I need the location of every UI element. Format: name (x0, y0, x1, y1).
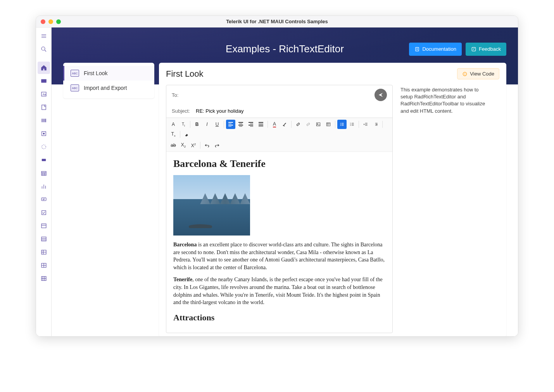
align-right-button[interactable] (246, 120, 255, 129)
undo-button[interactable] (202, 141, 212, 150)
panel2-icon[interactable] (38, 233, 50, 245)
svg-rect-33 (41, 237, 46, 241)
svg-point-58 (340, 125, 341, 126)
svg-rect-60 (342, 124, 344, 124)
image-button[interactable] (314, 120, 323, 129)
close-window-button[interactable] (41, 19, 45, 24)
svg-rect-51 (316, 123, 320, 126)
example-icon: ABC (71, 70, 79, 77)
svg-rect-66 (352, 124, 354, 124)
page-title: Examples - RichTextEditor (226, 43, 344, 55)
check-icon[interactable] (38, 206, 50, 219)
menu-icon[interactable] (38, 30, 50, 42)
barcode-icon[interactable] (38, 114, 50, 127)
underline-button[interactable]: U (212, 120, 222, 129)
sidebar-item-label: Import and Export (84, 85, 127, 91)
svg-rect-53 (326, 123, 330, 126)
minimize-window-button[interactable] (48, 19, 53, 24)
expand-icon[interactable] (38, 127, 50, 140)
svg-rect-70 (365, 125, 368, 126)
font-family-button[interactable]: A (169, 120, 178, 129)
documentation-button[interactable]: Documentation (409, 43, 461, 56)
home-icon[interactable] (38, 62, 50, 74)
font-size-button[interactable]: TI (179, 120, 188, 129)
svg-rect-18 (41, 159, 46, 161)
subscript-button[interactable]: X2 (179, 141, 188, 150)
titlebar: Telerik UI for .NET MAUI Controls Sample… (36, 16, 518, 28)
svg-rect-67 (352, 125, 354, 126)
label-icon[interactable] (38, 154, 50, 166)
svg-rect-71 (375, 123, 378, 124)
maximize-window-button[interactable] (56, 19, 61, 24)
text-icon[interactable]: Aa (38, 88, 50, 100)
italic-button[interactable]: I (202, 120, 212, 129)
svg-rect-31 (41, 224, 46, 228)
subject-input[interactable] (196, 108, 387, 114)
table-button[interactable] (324, 120, 333, 129)
sidebar-item-import-export[interactable]: ABC Import and Export (63, 81, 154, 95)
redo-button[interactable] (212, 141, 222, 150)
content-image (173, 175, 250, 236)
sidebar-item-first-look[interactable]: ABC First Look (63, 66, 154, 81)
editor-content[interactable]: Barcelona & Tenerife Barcelona is an exc… (166, 152, 392, 333)
view-code-button[interactable]: View Code (457, 68, 499, 79)
content-paragraph: Tenerife, one of the nearby Canary Islan… (173, 276, 385, 306)
example-title: First Look (166, 69, 204, 79)
highlight-button[interactable] (280, 120, 289, 129)
search-icon[interactable] (38, 43, 50, 55)
grid2-icon[interactable] (38, 272, 50, 285)
align-justify-button[interactable] (256, 120, 266, 129)
align-left-button[interactable] (226, 120, 235, 129)
svg-point-17 (41, 145, 46, 149)
svg-text:Aa: Aa (43, 93, 46, 96)
feedback-button[interactable]: Feedback (466, 43, 506, 56)
align-center-button[interactable] (236, 120, 245, 129)
chat-icon[interactable] (38, 193, 50, 206)
svg-point-16 (43, 133, 45, 135)
superscript-button[interactable]: X2 (189, 141, 198, 150)
feedback-label: Feedback (479, 46, 501, 52)
grid-icon[interactable] (38, 259, 50, 272)
outdent-button[interactable] (361, 120, 370, 129)
bullet-list-button[interactable] (337, 120, 347, 129)
table-icon[interactable] (38, 246, 50, 258)
number-list-button[interactable]: 123 (347, 120, 357, 129)
content-heading: Barcelona & Tenerife (173, 158, 385, 170)
svg-rect-8 (41, 105, 46, 110)
indent-button[interactable] (371, 120, 380, 129)
svg-rect-68 (365, 123, 368, 124)
chart-icon[interactable] (38, 180, 50, 193)
svg-text:3: 3 (350, 125, 351, 126)
font-color-button[interactable]: A (270, 120, 279, 129)
link-button[interactable] (293, 120, 303, 129)
calendar-icon[interactable] (38, 167, 50, 179)
svg-rect-69 (365, 124, 368, 124)
view-code-label: View Code (470, 71, 494, 77)
email-subject-row: Subject: (166, 105, 392, 118)
svg-point-56 (340, 123, 341, 124)
unlink-button[interactable] (304, 120, 313, 129)
loader-icon[interactable] (38, 141, 50, 153)
svg-point-3 (41, 47, 45, 50)
eraser-button[interactable] (182, 130, 192, 139)
bold-button[interactable]: B (192, 120, 202, 129)
app-window: Telerik UI for .NET MAUI Controls Sample… (36, 15, 518, 337)
send-button[interactable] (375, 89, 387, 101)
clear-format-button[interactable]: Tx (169, 130, 178, 139)
to-label: To: (172, 92, 192, 98)
editor-container: To: Subject: A (166, 85, 393, 333)
note-icon[interactable] (38, 101, 50, 113)
svg-rect-19 (41, 172, 46, 176)
left-rail: Aa (36, 28, 52, 336)
sidebar-item-label: First Look (84, 70, 107, 76)
card-icon[interactable] (38, 75, 50, 87)
panel-icon[interactable] (38, 220, 50, 232)
documentation-label: Documentation (422, 46, 456, 52)
to-input[interactable] (196, 92, 371, 98)
svg-rect-30 (41, 211, 46, 215)
svg-rect-5 (41, 79, 47, 83)
main-panel: First Look View Code To: (159, 63, 506, 337)
description-panel: This example demonstrates how to setup R… (400, 85, 486, 333)
strikethrough-button[interactable]: ab (169, 141, 178, 150)
window-title: Telerik UI for .NET MAUI Controls Sample… (36, 19, 518, 24)
